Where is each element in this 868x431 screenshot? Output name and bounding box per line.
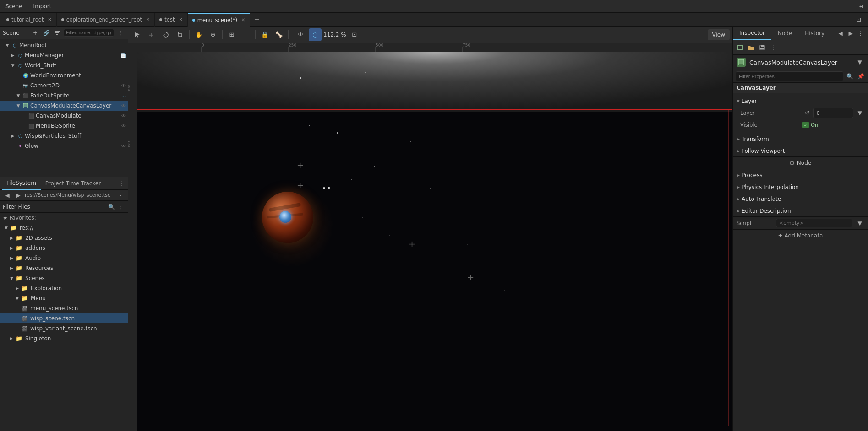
layer-section-header[interactable]: ▼ Layer bbox=[733, 95, 868, 107]
tool-pan-btn[interactable]: ✋ bbox=[192, 28, 205, 41]
tree-item-menuroot[interactable]: ▼ ⬡ MenuRoot bbox=[0, 40, 128, 50]
scene-canvas[interactable]: + + + + bbox=[137, 52, 732, 431]
scene-filter-input[interactable] bbox=[64, 29, 114, 37]
follow-viewport-section[interactable]: ▶ Follow Viewport bbox=[733, 145, 868, 157]
tool-grid-btn[interactable]: ⊞ bbox=[225, 28, 238, 41]
tool-move-btn[interactable]: ✛ bbox=[145, 28, 158, 41]
fs-item-menu[interactable]: ▼ 📁 Menu bbox=[0, 293, 128, 303]
tree-item-worldenv[interactable]: 🌍 WorldEnvironment bbox=[0, 70, 128, 81]
editor-description-section[interactable]: ▶ Editor Description bbox=[733, 205, 868, 217]
eye-icon[interactable]: 👁 bbox=[121, 83, 126, 88]
auto-translate-section[interactable]: ▶ Auto Translate bbox=[733, 193, 868, 205]
process-section[interactable]: ▶ Process bbox=[733, 169, 868, 181]
tab-project-time-tracker[interactable]: Project Time Tracker bbox=[41, 177, 105, 190]
add-tab-btn[interactable]: + bbox=[250, 15, 263, 24]
tree-item-canvasmodulate[interactable]: ▼ CanvasModulateCanvasLayer 👁 bbox=[0, 101, 128, 111]
tree-item-fadeout[interactable]: ▼ ⬛ FadeOutSprite ⋯ bbox=[0, 91, 128, 101]
insp-next-btn[interactable]: ▶ bbox=[846, 29, 855, 38]
layer-reset-btn[interactable]: ↺ bbox=[802, 108, 812, 118]
tool-cursor-btn[interactable] bbox=[131, 28, 144, 41]
fs-item-singleton[interactable]: ▶ 📁 Singleton bbox=[0, 334, 128, 344]
tool-more-btn[interactable]: ⋮ bbox=[240, 28, 252, 41]
fs-item-label: Exploration bbox=[31, 285, 62, 291]
link-node-btn[interactable]: 🔗 bbox=[42, 28, 51, 38]
menu-import[interactable]: Import bbox=[31, 2, 55, 11]
filter-icon[interactable] bbox=[53, 28, 62, 38]
nav-fwd-btn[interactable]: ▶ bbox=[14, 191, 23, 200]
tree-item-canvasmod[interactable]: ⬛ CanvasModulate 👁 bbox=[0, 111, 128, 121]
fs-item-resources[interactable]: ▶ 📁 Resources bbox=[0, 263, 128, 273]
tree-item-menumanager[interactable]: ▶ ⬡ MenuManager 📄 bbox=[0, 50, 128, 60]
eye-icon[interactable]: 👁 bbox=[121, 113, 126, 119]
zoom-fit-btn[interactable]: ⊡ bbox=[348, 28, 361, 41]
fs-item-exploration[interactable]: ▶ 📁 Exploration bbox=[0, 283, 128, 293]
fs-item-menuscene[interactable]: 🎬 menu_scene.tscn bbox=[0, 303, 128, 313]
tool-rotate-btn[interactable] bbox=[159, 28, 172, 41]
fs-item-scenes[interactable]: ▼ 📁 Scenes bbox=[0, 273, 128, 283]
layout-btn[interactable]: ⊞ bbox=[856, 2, 865, 11]
fs-path-icon[interactable]: ⊡ bbox=[116, 191, 125, 200]
tree-item-menubg[interactable]: ⬛ MenuBGSprite 👁 bbox=[0, 121, 128, 131]
script-value[interactable]: <empty> bbox=[776, 219, 852, 227]
filter-pin-icon[interactable]: 📌 bbox=[856, 72, 865, 81]
layer-input[interactable] bbox=[813, 108, 853, 118]
tree-item-glow[interactable]: ✦ Glow 👁 bbox=[0, 141, 128, 151]
inspector-folder-btn[interactable] bbox=[747, 43, 756, 52]
script-dropdown[interactable]: ▼ bbox=[855, 219, 864, 228]
visible-checkbox[interactable]: ✓ bbox=[802, 122, 809, 128]
tab-menu-scene[interactable]: menu_scene(*) ✕ bbox=[188, 13, 250, 27]
favorites-header[interactable]: ★ Favorites: bbox=[0, 213, 128, 223]
filter-search-btn[interactable]: 🔍 bbox=[107, 202, 116, 211]
inspector-back-btn[interactable] bbox=[736, 43, 745, 52]
tool-snap-btn[interactable]: 🔒 bbox=[258, 28, 271, 41]
inspector-save-btn[interactable] bbox=[758, 43, 767, 52]
insp-menu-btn[interactable]: ⋮ bbox=[856, 29, 865, 38]
fs-item-wispscene[interactable]: 🎬 wisp_scene.tscn bbox=[0, 313, 128, 323]
fs-menu-btn[interactable]: ⋮ bbox=[117, 179, 126, 188]
tool-scale-btn[interactable] bbox=[174, 28, 186, 41]
add-node-btn[interactable]: + bbox=[31, 28, 40, 38]
inspector-more-btn[interactable]: ⋮ bbox=[769, 43, 778, 52]
layer-expand-btn[interactable]: ▼ bbox=[855, 108, 864, 118]
arrow-icon bbox=[16, 83, 21, 88]
tab-history[interactable]: History bbox=[798, 27, 831, 40]
eye-icon[interactable]: 👁 bbox=[121, 124, 126, 129]
tree-item-camera2d[interactable]: 📷 Camera2D 👁 bbox=[0, 81, 128, 91]
eye-icon[interactable]: 👁 bbox=[121, 144, 126, 149]
fs-item-res[interactable]: ▼ 📁 res:// bbox=[0, 223, 128, 233]
filter-properties-input[interactable] bbox=[736, 71, 843, 81]
tree-item-wispparticles[interactable]: ▶ ⬡ Wisp&Particles_Stuff bbox=[0, 131, 128, 141]
tab-test[interactable]: test ✕ bbox=[155, 13, 187, 27]
menu-scene[interactable]: Scene bbox=[3, 2, 25, 11]
fs-item-addons[interactable]: ▶ 📁 addons bbox=[0, 243, 128, 253]
eye-icon[interactable]: 👁 bbox=[121, 103, 126, 108]
insp-prev-btn[interactable]: ◀ bbox=[836, 29, 845, 38]
fs-item-audio[interactable]: ▶ 📁 Audio bbox=[0, 253, 128, 263]
eye-toggle[interactable]: 👁 bbox=[294, 28, 307, 41]
transform-section[interactable]: ▶ Transform bbox=[733, 133, 868, 145]
fs-item-2dassets[interactable]: ▶ 📁 2D assets bbox=[0, 233, 128, 243]
add-metadata-btn[interactable]: + Add Metadata bbox=[733, 230, 868, 242]
tab-inspector[interactable]: Inspector bbox=[733, 27, 771, 40]
canvas-layer-dropdown[interactable]: ▼ bbox=[855, 58, 864, 67]
tool-bone-btn[interactable]: 🦴 bbox=[273, 28, 285, 41]
tree-item-worldstuff[interactable]: ▼ ⬡ World_Stuff bbox=[0, 60, 128, 70]
physics-interpolation-section[interactable]: ▶ Physics Interpolation bbox=[733, 181, 868, 193]
filter-search-icon[interactable]: 🔍 bbox=[845, 72, 854, 81]
tool-anchor-btn[interactable]: ⊕ bbox=[207, 28, 219, 41]
scene-menu-btn[interactable]: ⋮ bbox=[116, 28, 125, 38]
fs-item-wispvariant[interactable]: 🎬 wisp_variant_scene.tscn bbox=[0, 323, 128, 334]
tab-tutorial-root[interactable]: tutorial_root ✕ bbox=[2, 13, 57, 27]
tab-filesystem[interactable]: FileSystem bbox=[2, 177, 41, 190]
view-btn[interactable]: View bbox=[708, 29, 730, 40]
tab-exploration[interactable]: exploration_end_screen_root ✕ bbox=[57, 13, 155, 27]
close-icon[interactable]: ✕ bbox=[241, 17, 245, 22]
close-icon[interactable]: ✕ bbox=[146, 17, 150, 22]
filter-options-btn[interactable]: ⋮ bbox=[116, 202, 125, 211]
tab-node[interactable]: Node bbox=[771, 27, 798, 40]
nav-back-btn[interactable]: ◀ bbox=[3, 191, 12, 200]
zoom-reset-btn[interactable]: ○ bbox=[309, 28, 322, 41]
close-icon[interactable]: ✕ bbox=[48, 17, 51, 22]
maximize-btn[interactable]: ⊡ bbox=[854, 15, 863, 24]
close-icon[interactable]: ✕ bbox=[179, 17, 182, 22]
